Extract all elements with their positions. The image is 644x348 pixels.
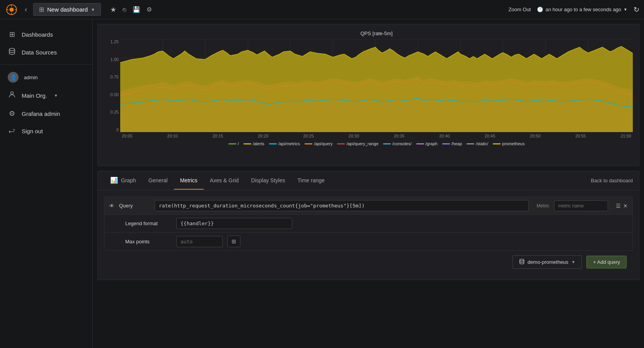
sidebar-item-dashboards[interactable]: ⊞ Dashboards <box>0 25 92 43</box>
query-input[interactable] <box>155 200 529 211</box>
share-icon[interactable]: ⎋ <box>123 6 126 13</box>
time-dropdown-icon: ▼ <box>624 7 627 12</box>
edit-panel-body: 👁 Query Metric ☰ ✕ Legend format <box>98 190 639 280</box>
topbar-actions: ★ ⎋ 💾 ⚙ <box>110 5 152 14</box>
y-label-0.75: 0.75 <box>103 75 119 79</box>
y-label-1.25: 1.25 <box>103 39 119 44</box>
legend-label-heap: /heap <box>451 141 462 146</box>
legend-item-heap: /heap <box>442 141 462 146</box>
sidebar-item-grafana-admin[interactable]: ⚙ Grafana admin <box>0 105 92 122</box>
legend-label-graph: /graph <box>426 141 438 146</box>
refresh-button[interactable]: ↻ <box>634 5 639 14</box>
dashboards-icon: ⊞ <box>8 30 16 39</box>
legend-color-root <box>228 143 236 144</box>
chart-container: QPS [rate-5m] 1.25 1.00 0.75 0.50 0.25 0 <box>101 27 636 163</box>
datasource-button[interactable]: demo-prometheus ▼ <box>513 255 582 269</box>
datasource-label: demo-prometheus <box>528 259 569 265</box>
sidebar: ⊞ Dashboards Data Sources 👤 admin Main O… <box>0 19 93 348</box>
main-layout: ⊞ Dashboards Data Sources 👤 admin Main O… <box>0 19 644 348</box>
tab-general-label: General <box>148 177 168 183</box>
max-points-input[interactable] <box>176 236 223 247</box>
legend-item-api-query: /api/query <box>305 141 332 146</box>
chart-panel: QPS [rate-5m] 1.25 1.00 0.75 0.50 0.25 0 <box>97 24 639 166</box>
legend-format-row: Legend format <box>104 215 632 233</box>
query-remove-button[interactable]: ✕ <box>623 203 628 209</box>
x-label-2025: 20:25 <box>303 134 314 138</box>
back-to-dashboard-button[interactable]: Back to dashboard <box>591 178 633 183</box>
tab-axes-grid[interactable]: Axes & Grid <box>204 172 245 190</box>
edit-panel-tabs: 📊 Graph General Metrics Axes & Grid Disp… <box>98 171 639 190</box>
topbar-left: ‹ ⊞ New dashboard ▼ ★ ⎋ 💾 ⚙ <box>5 3 152 17</box>
bar-chart-icon: 📊 <box>110 177 118 184</box>
x-label-2020: 20:20 <box>258 134 269 138</box>
x-label-2015: 20:15 <box>213 134 223 138</box>
legend-color-consoles <box>383 143 391 144</box>
query-menu-button[interactable]: ☰ <box>616 203 621 209</box>
x-label-2010: 20:10 <box>167 134 178 138</box>
user-avatar: 👤 <box>8 72 19 83</box>
topbar-right: Zoom Out 🕐 an hour ago to a few seconds … <box>508 5 639 14</box>
dashboard-title-button[interactable]: ⊞ New dashboard ▼ <box>33 3 101 16</box>
dashboard-title-text: New dashboard <box>47 6 88 13</box>
max-points-action-button[interactable]: ⊞ <box>227 236 240 247</box>
tab-axes-grid-label: Axes & Grid <box>210 177 239 183</box>
chart-title: QPS [rate-5m] <box>120 31 633 36</box>
legend-format-label: Legend format <box>125 221 172 226</box>
settings-icon[interactable]: ⚙ <box>147 6 152 13</box>
max-points-label: Max points <box>125 239 172 244</box>
svg-point-29 <box>520 259 524 261</box>
sidebar-dashboards-label: Dashboards <box>22 31 53 38</box>
save-icon[interactable]: 💾 <box>133 6 140 13</box>
edit-panel: 📊 Graph General Metrics Axes & Grid Disp… <box>97 171 639 280</box>
tab-general[interactable]: General <box>142 172 174 190</box>
tab-graph[interactable]: 📊 Graph <box>104 171 142 190</box>
y-label-0.25: 0.25 <box>103 110 119 114</box>
zoom-out-button[interactable]: Zoom Out <box>508 7 531 12</box>
x-label-2040: 20:40 <box>439 134 450 138</box>
x-label-2100: 21:00 <box>620 134 631 138</box>
tab-metrics[interactable]: Metrics <box>174 172 204 190</box>
tab-time-range-label: Time range <box>297 177 324 183</box>
sidebar-divider <box>0 65 92 65</box>
legend-color-alerts <box>244 143 251 144</box>
sidebar-item-sign-out[interactable]: ⮐ Sign out <box>0 122 92 140</box>
time-range-button[interactable]: 🕐 an hour ago to a few seconds ago ▼ <box>537 7 627 12</box>
legend-color-graph <box>416 143 424 144</box>
tab-display-styles[interactable]: Display Styles <box>245 172 291 190</box>
grafana-logo[interactable] <box>5 3 19 17</box>
legend-format-input[interactable] <box>176 218 292 229</box>
org-icon <box>8 91 16 100</box>
max-points-row: Max points ⊞ <box>104 233 632 250</box>
y-label-0.50: 0.50 <box>103 92 119 97</box>
legend-label-alerts: /alerts <box>253 141 264 146</box>
sidebar-user-profile[interactable]: 👤 admin <box>0 68 92 87</box>
legend-item-static: /static/ <box>467 141 488 146</box>
sidebar-toggle-button[interactable]: ‹ <box>22 4 30 15</box>
visibility-toggle-icon[interactable]: 👁 <box>109 203 114 209</box>
legend-item-api-metrics: /api/metrics <box>269 141 300 146</box>
tab-display-styles-label: Display Styles <box>251 177 285 183</box>
query-header-row: 👁 Query Metric ☰ ✕ <box>104 197 632 215</box>
datasource-dropdown-icon: ▼ <box>571 260 575 264</box>
star-icon[interactable]: ★ <box>110 5 116 14</box>
metric-label: Metric <box>537 203 549 209</box>
user-name-label: admin <box>24 75 37 80</box>
x-axis: 20:05 20:10 20:15 20:20 20:25 20:30 20:3… <box>120 134 633 138</box>
sidebar-item-main-org[interactable]: Main Org. ▼ <box>0 87 92 105</box>
main-content: QPS [rate-5m] 1.25 1.00 0.75 0.50 0.25 0 <box>93 19 644 348</box>
tab-graph-label: Graph <box>121 177 136 183</box>
x-label-2030: 20:30 <box>349 134 359 138</box>
metric-name-input[interactable] <box>554 200 608 211</box>
legend-item-graph: /graph <box>416 141 438 146</box>
sidebar-item-data-sources[interactable]: Data Sources <box>0 43 92 61</box>
x-label-2055: 20:55 <box>575 134 586 138</box>
legend-item-api-query-range: /api/query_range <box>337 141 378 146</box>
datasource-icon <box>519 259 525 265</box>
tab-time-range[interactable]: Time range <box>291 172 331 190</box>
legend-label-consoles: /consoles/ <box>392 141 412 146</box>
svg-marker-28 <box>120 46 633 132</box>
chart-legend: / /alerts /api/metrics /api/query <box>120 141 633 146</box>
grid-icon: ⊞ <box>39 6 44 13</box>
add-query-button[interactable]: + Add query <box>586 256 627 268</box>
org-dropdown-icon: ▼ <box>54 93 58 98</box>
